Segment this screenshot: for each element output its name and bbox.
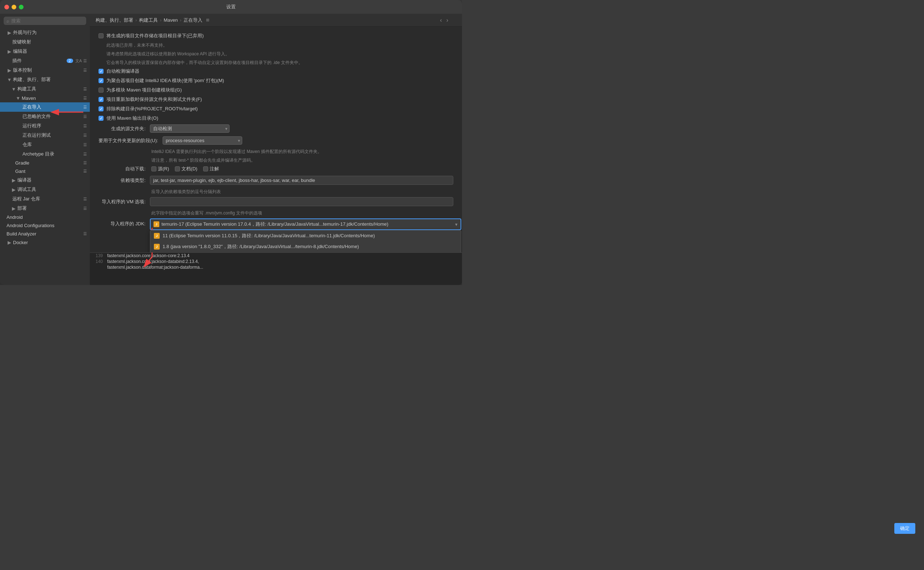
bottom-panel: 139 fasterxml.jackson.core:jackson-core:… <box>90 253 462 285</box>
phase-select[interactable]: process-resources <box>163 136 242 145</box>
sidebar-item-build-analyzer[interactable]: Build Analyzer ☰ <box>0 230 90 238</box>
nav-forward-button[interactable]: › <box>445 16 450 24</box>
more-icon: ☰ <box>83 231 87 236</box>
exclude-build-text: 排除构建目录(%PROJECT_ROOT%/target) <box>106 106 198 112</box>
sidebar-item-vcs[interactable]: ▶ 版本控制 ☰ <box>0 66 90 75</box>
sidebar-item-keymap[interactable]: 按键映射 <box>0 37 90 47</box>
exclude-build-checkbox[interactable] <box>98 106 103 111</box>
docs-checkbox[interactable] <box>175 166 180 172</box>
exclude-build-label[interactable]: 排除构建目录(%PROJECT_ROOT%/target) <box>98 106 198 112</box>
sidebar-item-compiler[interactable]: ▶ 编译器 <box>0 175 90 185</box>
sidebar-item-plugins[interactable]: 插件 2 文A ☰ <box>0 56 90 66</box>
deprecated-checkbox[interactable] <box>98 33 103 38</box>
more-icon: ☰ <box>83 124 87 129</box>
sidebar-item-gant[interactable]: Gant ☰ <box>0 167 90 175</box>
breadcrumb-item-4[interactable]: 正在导入 <box>184 17 202 23</box>
vm-options-input[interactable] <box>150 197 453 206</box>
vm-options-label: 导入程序的 VM 选项: <box>98 199 146 205</box>
phase-label: 要用于文件夹更新的阶段(U): <box>98 138 158 144</box>
sidebar-item-remote-jar[interactable]: 远程 Jar 仓库 ☰ <box>0 194 90 204</box>
breadcrumb-bar: 构建、执行、部署 › 构建工具 › Maven › 正在导入 ⊞ ‹ › <box>90 14 462 27</box>
reload-source-checkbox[interactable] <box>98 97 103 102</box>
jdk-selected-value: temurin-17 (Eclipse Temurin version 17.0… <box>161 221 389 227</box>
auto-detect-label[interactable]: 自动检测编译器 <box>98 68 139 75</box>
content-area: 构建、执行、部署 › 构建工具 › Maven › 正在导入 ⊞ ‹ › <box>90 14 462 285</box>
docs-checkbox-label[interactable]: 文档(D) <box>175 165 197 172</box>
nav-back-button[interactable]: ‹ <box>438 16 443 24</box>
create-multi-module-text: 为多模块 Maven 项目创建模块组(G) <box>106 87 182 93</box>
reload-source-label[interactable]: 项目重新加载时保持源文件夹和测试文件夹(F) <box>98 96 202 103</box>
sidebar-item-deployment[interactable]: ▶ 部署 ☰ <box>0 204 90 213</box>
source-dir-select[interactable]: 自动检测 <box>150 124 229 133</box>
use-maven-output-label[interactable]: 使用 Maven 输出目录(O) <box>98 115 158 121</box>
maximize-button[interactable] <box>19 5 23 9</box>
sidebar-item-label: Build Analyzer <box>6 231 83 236</box>
breadcrumb-item-2[interactable]: 构建工具 <box>139 17 158 23</box>
sidebar-item-android-configs[interactable]: Android Configurations <box>0 221 90 230</box>
source-dir-label: 生成的源文件夹: <box>98 126 146 132</box>
sidebar-item-debugger[interactable]: ▶ 调试工具 <box>0 185 90 194</box>
use-maven-output-text: 使用 Maven 输出目录(O) <box>106 115 158 121</box>
sidebar-item-archetype[interactable]: Archetype 目录 ☰ <box>0 149 90 159</box>
search-box[interactable]: ⌕ <box>4 17 86 25</box>
more-icon: ☰ <box>83 96 87 101</box>
sources-checkbox-label[interactable]: 源(R) <box>151 165 169 172</box>
sidebar-item-label: 正在导入 <box>22 104 83 110</box>
auto-detect-checkbox[interactable] <box>98 69 103 74</box>
jdk-option-temurin11[interactable]: J 11 (Eclipse Temurin version 11.0.15，路径… <box>150 230 461 241</box>
sidebar-item-ignored[interactable]: 已忽略的文件 ☰ <box>0 112 90 121</box>
sources-checkbox[interactable] <box>151 166 157 172</box>
dep-types-hint: 应导入的依赖项类型的逗号分隔列表 <box>98 188 453 195</box>
create-multi-module-checkbox[interactable] <box>98 87 103 93</box>
search-input[interactable] <box>11 18 83 23</box>
source-dir-row: 生成的源文件夹: 自动检测 <box>98 124 453 133</box>
jdk-dropdown-arrow-icon: ▾ <box>455 222 458 227</box>
sidebar-item-build[interactable]: ▼ 构建、执行、部署 <box>0 75 90 84</box>
breadcrumb-item-1[interactable]: 构建、执行、部署 <box>95 17 133 23</box>
minimize-button[interactable] <box>12 5 16 9</box>
use-maven-output-row: 使用 Maven 输出目录(O) <box>98 115 453 121</box>
dep-types-input[interactable] <box>150 176 453 185</box>
sidebar-item-docker[interactable]: ▶ Docker <box>0 238 90 247</box>
sidebar-item-build-tools[interactable]: ▼ 构建工具 ☰ <box>0 84 90 93</box>
main-area: ⌕ ▶ 外观与行为 按键映射 <box>0 14 462 285</box>
sidebar-item-appearance[interactable]: ▶ 外观与行为 <box>0 28 90 37</box>
sidebar-item-label: 版本控制 <box>13 67 83 74</box>
use-maven-output-checkbox[interactable] <box>98 116 103 121</box>
jdk-dropdown-button[interactable]: J temurin-17 (Eclipse Temurin version 17… <box>150 218 461 230</box>
sidebar-item-label: 外观与行为 <box>13 29 87 36</box>
settings-content: 将生成的项目文件存储在项目根目录下(已弃用) 此选项已弃用，未来不再支持。 请考… <box>90 27 462 253</box>
auto-download-options: 源(R) 文档(D) 注解 <box>151 165 219 172</box>
sidebar-item-label: Gant <box>15 169 83 174</box>
sidebar-item-label: 正在运行测试 <box>22 132 83 138</box>
sidebar-item-importing[interactable]: 正在导入 ☰ <box>0 103 90 112</box>
create-intellij-label[interactable]: 为聚合器项目创建 IntelliJ IDEA 模块(使用 'pom' 打包)(M… <box>98 77 224 84</box>
sidebar-item-label: 构建、执行、部署 <box>13 76 87 83</box>
create-intellij-checkbox[interactable] <box>98 78 103 83</box>
phase-field-row: 要用于文件夹更新的阶段(U): process-resources <box>98 136 453 145</box>
annotations-checkbox-label[interactable]: 注解 <box>203 165 219 172</box>
toggle-icon: ▼ <box>11 86 17 92</box>
jdk-option-java15[interactable]: J 15 (java version "1.8.0_332"，路径: /Libr… <box>150 252 461 253</box>
jdk-field-row: 导入程序的 JDK: J temurin-17 (Eclipse Temurin… <box>98 218 453 230</box>
sidebar-item-gradle[interactable]: Gradle ☰ <box>0 159 90 167</box>
sidebar-item-runner[interactable]: 运行程序 ☰ <box>0 121 90 130</box>
sidebar-list: ▶ 外观与行为 按键映射 ▶ 编辑器 <box>0 28 90 285</box>
annotations-checkbox[interactable] <box>203 166 208 172</box>
create-intellij-text: 为聚合器项目创建 IntelliJ IDEA 模块(使用 'pom' 打包)(M… <box>106 77 224 84</box>
breadcrumb-item-3[interactable]: Maven <box>164 17 178 23</box>
create-multi-module-label[interactable]: 为多模块 Maven 项目创建模块组(G) <box>98 87 182 93</box>
close-button[interactable] <box>5 5 9 9</box>
sidebar-item-running-tests[interactable]: 正在运行测试 ☰ <box>0 130 90 140</box>
sidebar-item-editor[interactable]: ▶ 编辑器 <box>0 47 90 56</box>
jdk-option-java18[interactable]: J 1.8 (java version "1.8.0_332"，路径: /Lib… <box>150 241 461 252</box>
sidebar-item-android[interactable]: Android <box>0 213 90 221</box>
vm-options-hint: 此字段中指定的选项会重写 .mvn/jvm.config 文件中的选项 <box>98 210 453 216</box>
settings-icon: ☰ <box>83 58 87 63</box>
deprecated-checkbox-label[interactable]: 将生成的项目文件存储在项目根目录下(已弃用) <box>98 32 204 39</box>
jdk-dropdown-container: J temurin-17 (Eclipse Temurin version 17… <box>150 218 461 230</box>
docs-label-text: 文档(D) <box>181 165 197 172</box>
sidebar-item-maven[interactable]: ▼ Maven ☰ <box>0 93 90 103</box>
deprecated-label-text: 将生成的项目文件存储在项目根目录下(已弃用) <box>106 32 204 39</box>
sidebar-item-warehouse[interactable]: 仓库 ☰ <box>0 140 90 149</box>
